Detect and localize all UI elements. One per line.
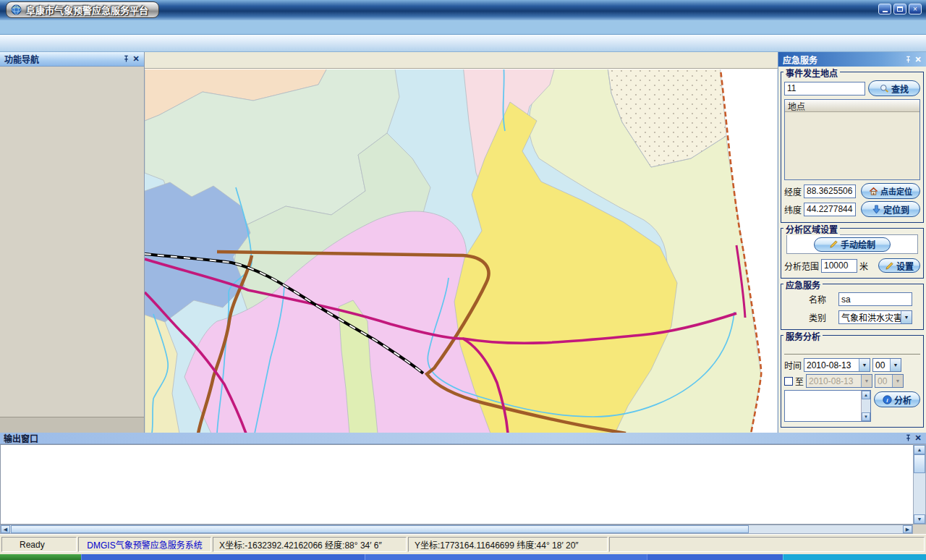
taskbar-button-fragment: [81, 554, 365, 560]
pencil-icon: [829, 239, 838, 249]
function-navigation-panel: 功能导航 ✕: [0, 52, 145, 433]
service-type-label: 类别: [809, 311, 826, 323]
location-list-header: 地点: [785, 100, 919, 112]
scroll-down-icon[interactable]: ▼: [914, 514, 925, 524]
status-filler: [609, 537, 925, 552]
element-list[interactable]: ▲ ▼: [784, 390, 871, 422]
minimize-button[interactable]: [878, 4, 891, 14]
analysis-range-label: 分析范围: [784, 260, 819, 272]
title-plate: 阜康市气象预警应急服务平台: [6, 1, 159, 18]
output-title-bar: 输出窗口 ✕: [0, 433, 926, 444]
output-title: 输出窗口: [4, 432, 38, 444]
service-analysis-group: 服务分析 时间 2010-08-13▼ 00▼ 至 2010-08-13▼: [781, 335, 924, 428]
longitude-input[interactable]: [804, 184, 856, 198]
analysis-range-input[interactable]: [821, 259, 857, 273]
to-date-select: 2010-08-13▼: [806, 374, 872, 388]
service-name-label: 名称: [809, 293, 826, 305]
close-icon[interactable]: ✕: [913, 433, 923, 444]
manual-draw-button[interactable]: 手动绘制: [814, 237, 891, 252]
to-hour-select: 00▼: [875, 374, 904, 388]
scroll-left-icon[interactable]: ◀: [1, 525, 10, 533]
latitude-label: 纬度: [784, 203, 802, 216]
service-type-select[interactable]: 气象和洪水灾害 ▼: [838, 310, 912, 324]
status-x-coordinate: X坐标:-1632392.42162066 经度:88° 34′ 6″: [213, 537, 407, 552]
status-y-coordinate: Y坐标:1773164.11646699 纬度:44° 18′ 20″: [408, 537, 608, 552]
analyze-button[interactable]: i 分析: [874, 391, 920, 407]
pin-icon[interactable]: [903, 433, 913, 444]
taskbar-button-fragment: [365, 554, 647, 560]
emergency-panel-title-bar: 应急服务 ✕: [778, 52, 926, 67]
locate-to-button[interactable]: 定位到: [861, 201, 920, 217]
element-list-scrollbar[interactable]: ▲ ▼: [861, 391, 870, 421]
location-search-input[interactable]: [784, 82, 865, 96]
group-title: 服务分析: [783, 330, 823, 342]
group-title: 分析区域设置: [783, 223, 840, 235]
map-canvas[interactable]: [145, 69, 778, 433]
pin-icon[interactable]: [903, 54, 913, 64]
taskbar-strip: [0, 554, 926, 560]
house-icon: [869, 187, 878, 196]
nav-panel-title: 功能导航: [4, 53, 39, 65]
latitude-input[interactable]: [804, 203, 856, 216]
service-name-input[interactable]: [838, 292, 912, 306]
window-title: 阜康市气象预警应急服务平台: [26, 3, 148, 17]
search-icon: [880, 84, 889, 93]
scroll-down-icon[interactable]: ▼: [862, 412, 870, 421]
longitude-label: 经度: [784, 185, 802, 198]
scroll-thumb[interactable]: [11, 525, 749, 533]
to-checkbox[interactable]: [784, 377, 793, 386]
close-icon[interactable]: ✕: [913, 54, 923, 64]
to-label: 至: [795, 375, 804, 387]
status-ready: Ready: [1, 537, 77, 552]
app-globe-icon: [11, 4, 22, 15]
search-button[interactable]: 查找: [868, 80, 920, 96]
taskbar-tray-fragment: [783, 554, 926, 560]
set-range-button[interactable]: 设置: [878, 258, 920, 273]
analysis-area-group: 分析区域设置 手动绘制 分析范围 米 设置: [781, 228, 924, 279]
scroll-up-icon[interactable]: ▲: [914, 445, 925, 454]
emergency-panel-title: 应急服务: [783, 54, 817, 66]
date-select[interactable]: 2010-08-13▼: [804, 358, 870, 372]
group-title: 事件发生地点: [783, 67, 840, 79]
pencil-icon: [885, 261, 894, 271]
range-unit-label: 米: [859, 260, 868, 272]
close-button[interactable]: ×: [909, 4, 922, 14]
down-arrow-icon: [872, 205, 881, 214]
scroll-thumb[interactable]: [914, 454, 925, 473]
emergency-service-group: 应急服务 名称 类别 气象和洪水灾害 ▼: [781, 284, 924, 330]
emergency-service-panel: 应急服务 ✕ 事件发生地点 查找 地点: [778, 52, 926, 433]
map-area: [145, 52, 778, 433]
status-bar: Ready DMGIS气象预警应急服务系统 X坐标:-1632392.42162…: [0, 534, 926, 554]
time-label: 时间: [784, 359, 802, 371]
info-icon: i: [883, 395, 892, 404]
application-window: 阜康市气象预警应急服务平台 × 功能导航 ✕: [0, 0, 926, 560]
location-list[interactable]: 地点: [784, 99, 920, 180]
nav-bottom-tabs: [0, 417, 144, 433]
pin-icon[interactable]: [121, 54, 131, 64]
scroll-right-icon[interactable]: ▶: [903, 525, 912, 533]
map-tab-strip: [145, 52, 778, 69]
restore-button[interactable]: [893, 4, 906, 14]
click-locate-button[interactable]: 点击定位: [861, 183, 920, 199]
output-horizontal-scrollbar[interactable]: ◀ ▶: [0, 525, 913, 534]
output-table-wrap: [0, 444, 913, 525]
hour-select[interactable]: 00▼: [872, 358, 901, 372]
output-window: 输出窗口 ✕ ▲ ▼ ◀ ▶: [0, 433, 926, 534]
dropdown-arrow-icon[interactable]: ▼: [901, 311, 912, 323]
scroll-up-icon[interactable]: ▲: [862, 391, 870, 399]
group-title: 应急服务: [783, 279, 823, 291]
start-button-fragment[interactable]: [0, 554, 81, 560]
taskbar-button-fragment: [647, 554, 783, 560]
event-location-group: 事件发生地点 查找 地点 经度 点击定位: [781, 72, 924, 223]
title-bar: 阜康市气象预警应急服务平台 ×: [0, 0, 926, 20]
toolbar: [0, 35, 926, 52]
nav-panel-title-bar: 功能导航 ✕: [0, 52, 144, 67]
map-labels: [145, 69, 778, 433]
status-app-name: DMGIS气象预警应急服务系统: [78, 537, 211, 552]
output-vertical-scrollbar[interactable]: ▲ ▼: [913, 444, 926, 525]
menu-bar: [0, 20, 926, 35]
close-icon[interactable]: ✕: [131, 54, 141, 64]
